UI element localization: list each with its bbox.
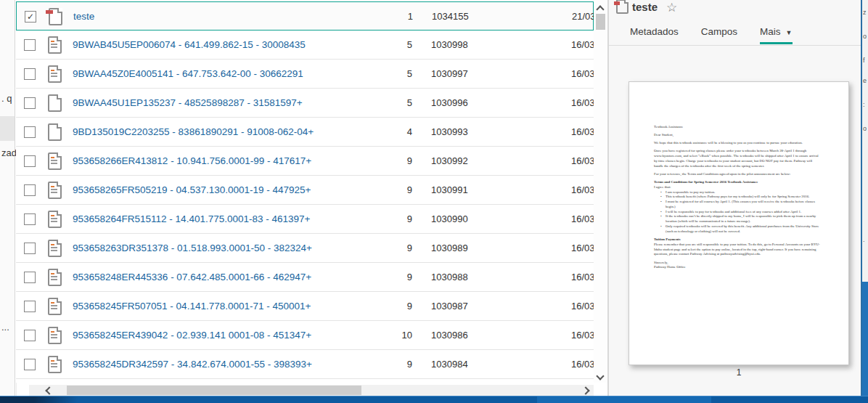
star-icon[interactable]: ☆ bbox=[666, 0, 677, 15]
document-name-link[interactable]: 9BWAA45U1EP135237 - 48525898287 - 315815… bbox=[73, 97, 303, 108]
letter-bullet: If the textbooks can’t be directly shipp… bbox=[666, 214, 822, 224]
document-row[interactable]: 953658264FR515112 - 14.401.775.0001-83 -… bbox=[16, 205, 594, 234]
document-icon bbox=[48, 356, 62, 373]
row-checkbox[interactable] bbox=[24, 39, 36, 51]
cutoff-text-fragment: . q bbox=[1, 93, 12, 104]
document-id: 1030992 bbox=[431, 155, 468, 166]
preview-panel: teste ☆ Metadados Campos Mais▼ Textbook … bbox=[609, 0, 861, 396]
document-date: 21/03 bbox=[572, 11, 594, 22]
scroll-left-icon[interactable] bbox=[45, 386, 53, 394]
letter-heading: Tuition Payments bbox=[654, 237, 822, 243]
page-count: 10 bbox=[364, 330, 412, 341]
row-checkbox[interactable] bbox=[24, 330, 36, 341]
document-date: 16/03 bbox=[571, 272, 594, 282]
cutoff-text-fragment: o bbox=[863, 33, 867, 40]
document-icon bbox=[48, 65, 62, 83]
tab-campos[interactable]: Campos bbox=[701, 26, 737, 44]
page-count: 9 bbox=[364, 155, 412, 166]
document-name-link[interactable]: 9BWAA45Z0E4005141 - 647.753.642-00 - 306… bbox=[73, 68, 303, 79]
tab-mais-label: Mais bbox=[760, 26, 781, 37]
cutoff-text-fragment: o bbox=[863, 125, 867, 132]
document-row[interactable]: 9BD135019C2203255 - 83861890291 - 91008-… bbox=[16, 118, 594, 147]
page-count: 9 bbox=[364, 213, 412, 224]
page-number: 1 bbox=[629, 367, 849, 378]
cutoff-text-fragment: ... bbox=[1, 322, 9, 333]
document-name-link[interactable]: 9BWAB45U5EP006074 - 641.499.862-15 - 300… bbox=[73, 39, 306, 50]
document-date: 16/03 bbox=[571, 155, 594, 166]
document-date: 16/03 bbox=[571, 243, 594, 253]
taskbar[interactable] bbox=[0, 396, 868, 403]
row-checkbox[interactable] bbox=[24, 272, 36, 283]
scroll-up-icon[interactable] bbox=[596, 5, 604, 13]
taskbar-app-highlight bbox=[537, 396, 711, 403]
page-count: 9 bbox=[364, 184, 412, 195]
document-row[interactable]: 953658245ER439042 - 02.939.141 0001-08 -… bbox=[16, 321, 594, 350]
document-id: 1034155 bbox=[432, 11, 469, 22]
document-icon bbox=[48, 123, 62, 141]
document-row[interactable]: 953658245FR507051 - 04.141.778.0001-71 -… bbox=[16, 292, 594, 321]
document-date: 16/03 bbox=[571, 301, 594, 312]
document-name-link[interactable]: 953658265FR505219 - 04.537.130.0001-19 -… bbox=[73, 184, 311, 195]
document-name-link[interactable]: 953658248ER445336 - 07.642.485.0001-66 -… bbox=[73, 272, 311, 282]
document-row[interactable]: ✓teste1103415521/03 bbox=[16, 1, 594, 30]
row-checkbox[interactable] bbox=[24, 301, 36, 312]
row-checkbox[interactable] bbox=[24, 359, 36, 370]
row-checkbox[interactable] bbox=[24, 243, 36, 254]
document-icon bbox=[48, 36, 62, 54]
row-checkbox[interactable] bbox=[24, 155, 36, 167]
document-id: 1030991 bbox=[431, 184, 468, 195]
letter-paragraph: We hope that this textbook assistance wi… bbox=[654, 141, 822, 146]
scroll-down-icon[interactable] bbox=[596, 372, 604, 380]
document-name-link[interactable]: 953658245ER439042 - 02.939.141 0001-08 -… bbox=[73, 330, 311, 341]
document-name-link[interactable]: 953658264FR515112 - 14.401.775.0001-83 -… bbox=[73, 213, 310, 224]
document-id: 1030984 bbox=[431, 359, 468, 370]
row-checkbox[interactable] bbox=[24, 184, 36, 196]
chevron-down-icon: ▼ bbox=[786, 29, 793, 36]
cutoff-text-fragment: e bbox=[863, 77, 867, 84]
left-panel-highlight bbox=[0, 116, 15, 141]
document-date: 16/03 bbox=[571, 68, 594, 79]
document-name-link[interactable]: 953658266ER413812 - 10.941.756.0001-99 -… bbox=[73, 155, 311, 166]
letter-paragraph: Once you have registered for spring clas… bbox=[654, 149, 822, 168]
document-row[interactable]: 953658248ER445336 - 07.642.485.0001-66 -… bbox=[16, 263, 594, 292]
document-id: 1030996 bbox=[431, 97, 468, 108]
document-row[interactable]: 953658265FR505219 - 04.537.130.0001-19 -… bbox=[16, 176, 594, 205]
document-id: 1030997 bbox=[431, 68, 468, 79]
row-checkbox[interactable] bbox=[24, 68, 36, 80]
row-checkbox[interactable]: ✓ bbox=[25, 11, 36, 23]
table-vertical-scrollbar[interactable] bbox=[594, 0, 607, 383]
scroll-right-icon[interactable] bbox=[581, 386, 589, 394]
letter-paragraph: Textbook Assistance bbox=[654, 125, 822, 130]
table-horizontal-scrollbar[interactable] bbox=[29, 385, 594, 396]
document-list: ✓teste1103415521/039BWAB45U5EP006074 - 6… bbox=[16, 0, 594, 383]
document-row[interactable]: 9BWAA45U1EP135237 - 48525898287 - 315815… bbox=[16, 89, 594, 118]
document-id: 1030989 bbox=[431, 243, 468, 253]
document-date: 16/03 bbox=[571, 184, 594, 195]
document-name-link[interactable]: 9BD135019C2203255 - 83861890291 - 91008-… bbox=[73, 126, 314, 137]
document-row[interactable]: 953658263DR351378 - 01.518.993.0001-50 -… bbox=[16, 234, 594, 263]
row-checkbox[interactable] bbox=[24, 97, 36, 109]
document-id: 1030998 bbox=[431, 39, 468, 50]
cutoff-text-fragment: z bbox=[863, 9, 867, 16]
document-row[interactable]: 9BWAB45U5EP006074 - 641.499.862-15 - 300… bbox=[16, 30, 594, 60]
letter-bullet: I must be registered for all courses by … bbox=[666, 200, 822, 210]
tab-metadados[interactable]: Metadados bbox=[630, 26, 679, 44]
letter-paragraph: Pathway Home Office bbox=[654, 265, 822, 270]
row-checkbox[interactable] bbox=[24, 126, 36, 138]
document-name-link[interactable]: 953658263DR351378 - 01.518.993.0001-50 -… bbox=[73, 243, 312, 253]
document-name-link[interactable]: teste bbox=[73, 11, 94, 22]
document-name-link[interactable]: 953658245DR342597 - 34.842.674.0001-55 -… bbox=[73, 359, 312, 370]
tab-mais[interactable]: Mais▼ bbox=[760, 26, 792, 44]
document-name-link[interactable]: 953658245FR507051 - 04.141.778.0001-71 -… bbox=[73, 301, 311, 312]
document-row[interactable]: 953658245DR342597 - 34.842.674.0001-55 -… bbox=[16, 350, 594, 379]
document-date: 16/03 bbox=[571, 330, 594, 341]
vertical-scrollbar-thumb[interactable] bbox=[596, 14, 605, 30]
row-checkbox[interactable] bbox=[24, 213, 36, 225]
document-row[interactable]: 9BWAA45Z0E4005141 - 647.753.642-00 - 306… bbox=[16, 60, 594, 89]
horizontal-scrollbar-thumb[interactable] bbox=[67, 386, 361, 395]
document-id: 1030990 bbox=[431, 213, 468, 224]
document-row[interactable]: 953658266ER413812 - 10.941.756.0001-99 -… bbox=[16, 147, 594, 176]
document-preview-page[interactable]: Textbook AssistanceDear Student,We hope … bbox=[629, 81, 849, 365]
document-icon bbox=[48, 298, 62, 315]
document-date: 16/03 bbox=[571, 97, 594, 108]
